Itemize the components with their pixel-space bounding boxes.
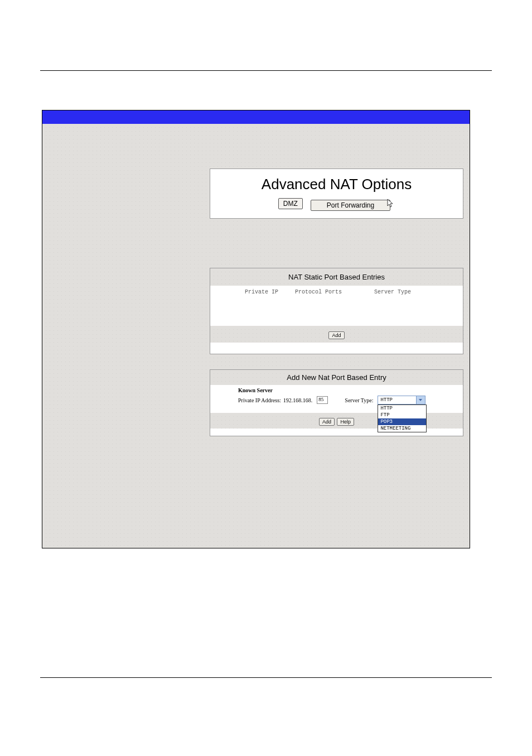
- advanced-nat-panel: Advanced NAT Options DMZ Port Forwarding: [210, 168, 463, 219]
- nat-static-entries-panel: NAT Static Port Based Entries Private IP…: [210, 268, 463, 354]
- screenshot-frame: Advanced NAT Options DMZ Port Forwarding: [42, 110, 470, 548]
- server-type-option[interactable]: NETMEETING: [378, 425, 426, 432]
- server-type-option[interactable]: FTP: [378, 412, 426, 418]
- bottom-rule: [40, 677, 492, 678]
- help-button[interactable]: Help: [337, 418, 354, 426]
- add-port-entry-panel: Add New Nat Port Based Entry Known Serve…: [210, 369, 463, 436]
- server-type-selected: HTTP: [378, 396, 417, 405]
- nat-static-entries-title: NAT Static Port Based Entries: [210, 268, 463, 286]
- ip-prefix: 192.168.168.: [283, 397, 313, 403]
- cursor-icon: [387, 199, 395, 211]
- window-titlebar: [42, 110, 470, 124]
- content-area: Advanced NAT Options DMZ Port Forwarding: [42, 124, 470, 548]
- add-port-entry-title: Add New Nat Port Based Entry: [210, 370, 463, 385]
- add-entries-button[interactable]: Add: [328, 331, 344, 339]
- server-type-select[interactable]: HTTP HTTPFTPPOP3NETMEETING: [378, 396, 425, 405]
- port-forwarding-tab[interactable]: Port Forwarding: [311, 200, 390, 211]
- chevron-down-icon[interactable]: [417, 396, 425, 405]
- known-server-label: Known Server: [238, 387, 463, 393]
- col-server-type: Server Type: [374, 289, 411, 295]
- col-private-ip: Private IP: [245, 289, 278, 295]
- top-rule: [40, 70, 492, 71]
- private-ip-label: Private IP Address:: [238, 397, 281, 403]
- dmz-tab[interactable]: DMZ: [278, 198, 303, 209]
- server-type-option[interactable]: POP3: [378, 418, 426, 425]
- col-protocol-ports: Protocol Ports: [295, 289, 342, 295]
- server-type-option[interactable]: HTTP: [378, 405, 426, 412]
- server-type-dropdown[interactable]: HTTPFTPPOP3NETMEETING: [378, 405, 427, 432]
- add-port-button[interactable]: Add: [319, 418, 335, 426]
- panel-title: Advanced NAT Options: [210, 176, 463, 193]
- ip-last-octet-input[interactable]: 85: [317, 396, 328, 404]
- server-type-label: Server Type:: [345, 397, 373, 403]
